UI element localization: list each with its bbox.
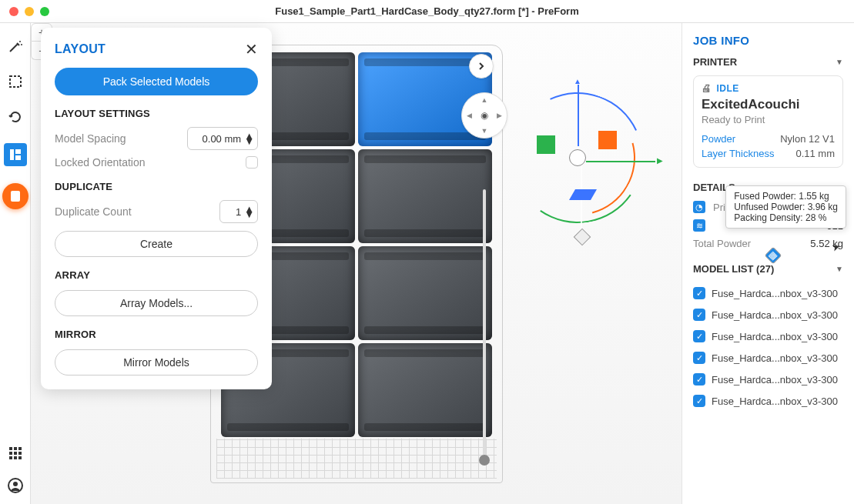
svg-rect-6 <box>11 191 20 202</box>
svg-rect-15 <box>18 456 22 459</box>
locked-orientation-label: Locked Orientation <box>55 156 146 169</box>
layout-panel-title: LAYOUT <box>55 42 105 56</box>
model-name: Fuse_Hardca...nbox_v3-300 <box>712 352 843 364</box>
tooltip-density: Packing Density: 28 % <box>734 212 838 223</box>
build-plate-grid <box>216 439 497 479</box>
create-button[interactable]: Create <box>55 231 258 257</box>
svg-point-17 <box>13 482 18 486</box>
duplicate-count-value: 1 <box>236 206 241 218</box>
collapse-right-panel-button[interactable] <box>469 54 494 78</box>
duplicate-count-label: Duplicate Count <box>55 205 132 218</box>
printer-name: ExcitedAcouchi <box>702 97 835 112</box>
model-name: Fuse_Hardca...nbox_v3-300 <box>712 288 843 299</box>
magic-wand-tool[interactable] <box>6 37 25 55</box>
model-list-item[interactable]: ✓Fuse_Hardca...nbox_v3-300 <box>693 369 843 390</box>
array-models-button[interactable]: Array Models... <box>55 290 258 316</box>
powder-link[interactable]: Powder <box>702 133 735 145</box>
mirror-models-button[interactable]: Mirror Models <box>55 349 258 375</box>
gizmo-plane-yz[interactable] <box>537 135 555 154</box>
apps-icon[interactable] <box>6 444 25 462</box>
layers-icon: ≋ <box>693 219 705 232</box>
layer-slider[interactable] <box>479 189 490 466</box>
supports-tool[interactable] <box>2 183 28 209</box>
model-instance[interactable] <box>358 246 492 340</box>
gizmo-arc-y[interactable] <box>502 82 654 234</box>
gizmo-plane-xz[interactable] <box>598 131 617 149</box>
detail-layers: ≋ 611 Fused Powder: 1.55 kg Unfused Powd… <box>693 219 843 232</box>
orbit-right-icon[interactable]: ▶ <box>497 112 502 119</box>
checkbox-checked-icon[interactable]: ✓ <box>693 287 705 299</box>
model-list-header[interactable]: MODEL LIST (27) ▼ <box>693 263 843 275</box>
gizmo-arc-z[interactable] <box>494 74 661 242</box>
locked-orientation-checkbox[interactable] <box>246 156 258 169</box>
pack-selected-button[interactable]: Pack Selected Models <box>55 68 258 95</box>
svg-rect-11 <box>14 452 17 455</box>
model-name: Fuse_Hardca...nbox_v3-300 <box>712 309 843 321</box>
orbit-left-icon[interactable]: ◀ <box>467 112 472 119</box>
duplicate-header: DUPLICATE <box>55 181 258 192</box>
powder-icon: ▦ <box>764 247 782 265</box>
marquee-tool[interactable] <box>6 72 25 91</box>
model-instance[interactable] <box>358 343 492 437</box>
close-icon[interactable]: ✕ <box>245 40 258 58</box>
minimize-window-icon[interactable] <box>25 7 34 16</box>
printer-card[interactable]: 🖨 IDLE ExcitedAcouchi Ready to Print Pow… <box>693 75 843 168</box>
model-spacing-value: 0.00 mm <box>203 133 242 145</box>
gizmo-axis-x[interactable] <box>586 161 655 162</box>
view-orbit-pad[interactable]: ▲ ▼ ◀ ▶ ◉ <box>461 92 507 139</box>
checkbox-checked-icon[interactable]: ✓ <box>693 395 705 407</box>
gizmo-plane-xy[interactable] <box>569 189 597 200</box>
close-window-icon[interactable] <box>9 7 18 16</box>
checkbox-checked-icon[interactable]: ✓ <box>693 309 705 321</box>
layout-tool[interactable] <box>4 143 27 166</box>
model-list-item[interactable]: ✓Fuse_Hardca...nbox_v3-300 <box>693 390 843 412</box>
model-list-item[interactable]: ✓Fuse_Hardca...nbox_v3-300 <box>693 282 843 304</box>
window-controls <box>0 7 49 16</box>
printer-state: 🖨 IDLE <box>702 82 835 94</box>
maximize-window-icon[interactable] <box>40 7 49 16</box>
spacing-stepper[interactable]: ▲▼ <box>244 133 254 144</box>
detail-total-powder: ▦ Total Powder 5.52 kg ➤ <box>693 238 843 249</box>
gizmo-origin[interactable] <box>569 149 586 166</box>
powder-tooltip: Fused Powder: 1.55 kg Unfused Powder: 3.… <box>725 185 846 229</box>
layer-slider-thumb[interactable] <box>479 455 490 466</box>
orbit-down-icon[interactable]: ▼ <box>481 127 488 135</box>
title-bar: Fuse1_Sample_Part1_HardCase_Body_qty27.f… <box>0 0 854 23</box>
duplicate-count-input[interactable]: 1 ▲▼ <box>219 200 258 223</box>
user-icon[interactable] <box>6 476 25 495</box>
transform-gizmo[interactable] <box>504 85 651 231</box>
svg-point-0 <box>19 41 21 42</box>
model-list-item[interactable]: ✓Fuse_Hardca...nbox_v3-300 <box>693 347 843 369</box>
model-name: Fuse_Hardca...nbox_v3-300 <box>712 331 843 342</box>
model-list-item[interactable]: ✓Fuse_Hardca...nbox_v3-300 <box>693 304 843 325</box>
printer-header-label: PRINTER <box>693 56 737 68</box>
gizmo-axis-y[interactable] <box>581 158 582 235</box>
orbit-up-icon[interactable]: ▲ <box>481 96 488 104</box>
svg-rect-7 <box>9 447 12 450</box>
gizmo-axis-z[interactable] <box>578 85 579 146</box>
printer-section-header[interactable]: PRINTER ▼ <box>693 56 843 68</box>
gizmo-arc-x[interactable] <box>499 79 657 237</box>
model-instance[interactable] <box>358 149 492 243</box>
layer-thickness-link[interactable]: Layer Thickness <box>702 148 774 159</box>
checkbox-checked-icon[interactable]: ✓ <box>693 352 705 364</box>
tooltip-unfused: Unfused Powder: 3.96 kg <box>734 202 838 212</box>
svg-rect-4 <box>15 149 21 154</box>
model-list-item[interactable]: ✓Fuse_Hardca...nbox_v3-300 <box>693 325 843 347</box>
checkbox-checked-icon[interactable]: ✓ <box>693 330 705 342</box>
duplicate-stepper[interactable]: ▲▼ <box>244 206 254 217</box>
job-info-panel: JOB INFO PRINTER ▼ 🖨 IDLE ExcitedAcouchi… <box>682 23 854 504</box>
checkbox-checked-icon[interactable]: ✓ <box>693 373 705 386</box>
rotate-tool[interactable] <box>6 108 25 126</box>
layer-thickness-value: 0.11 mm <box>795 148 835 159</box>
model-spacing-label: Model Spacing <box>55 132 126 145</box>
svg-rect-13 <box>9 456 12 459</box>
orbit-center-icon[interactable]: ◉ <box>481 110 488 121</box>
svg-rect-8 <box>14 447 17 450</box>
model-spacing-input[interactable]: 0.00 mm ▲▼ <box>187 127 258 150</box>
svg-rect-9 <box>18 447 22 450</box>
gizmo-handle-cube[interactable] <box>574 229 591 246</box>
job-info-title: JOB INFO <box>693 34 843 47</box>
svg-rect-5 <box>15 155 21 160</box>
model-list: ✓Fuse_Hardca...nbox_v3-300 ✓Fuse_Hardca.… <box>693 282 843 412</box>
